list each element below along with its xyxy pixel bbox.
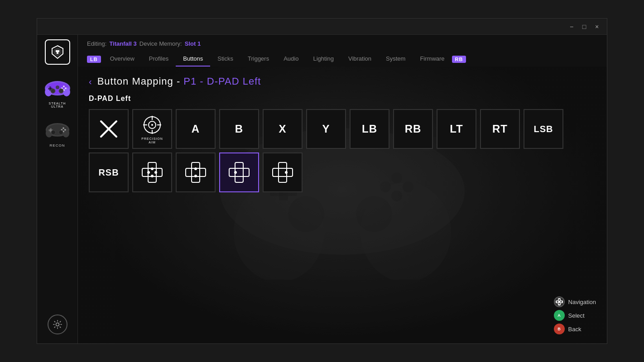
nav-tabs: LB Overview Profiles Buttons Sticks Trig…: [87, 52, 598, 67]
svg-point-23: [51, 130, 55, 134]
page-content: ‹ Button Mapping - P1 - D-PAD Left D-PAD…: [78, 67, 607, 343]
svg-point-70: [560, 301, 562, 303]
svg-point-67: [558, 299, 560, 301]
bottom-hints: Navigation A Select B Back: [554, 296, 596, 334]
header: Editing: Titanfall 3 Device Memory: Slot…: [78, 35, 607, 67]
stealth-ultra-label: STEALTH ULTRA: [49, 102, 66, 108]
btn-rsb[interactable]: RSB: [89, 152, 129, 192]
maximize-button[interactable]: □: [578, 20, 591, 33]
tab-profiles[interactable]: Profiles: [142, 52, 176, 67]
svg-point-51: [151, 167, 154, 170]
y-label: Y: [322, 123, 330, 135]
btn-rb[interactable]: RB: [393, 109, 433, 149]
lb-badge: LB: [87, 56, 101, 63]
close-button[interactable]: ×: [591, 20, 603, 33]
tab-vibration[interactable]: Vibration: [341, 52, 379, 67]
rt-label: RT: [492, 123, 508, 135]
btn-dpad-left[interactable]: [219, 152, 259, 192]
sidebar-item-recon[interactable]: RECON: [44, 115, 71, 148]
svg-point-69: [557, 301, 558, 303]
rb-label: RB: [405, 123, 422, 135]
dpad-left-icon: [226, 160, 252, 185]
navigation-hint-label: Navigation: [568, 299, 596, 305]
logo-icon: [49, 44, 66, 60]
btn-dpad-all[interactable]: [132, 152, 172, 192]
btn-a[interactable]: A: [176, 109, 216, 149]
svg-point-3: [63, 87, 70, 96]
svg-point-48: [151, 124, 153, 126]
page-title-highlight: P1 - D-PAD Left: [183, 76, 261, 87]
svg-point-19: [62, 127, 64, 129]
svg-point-52: [151, 175, 154, 177]
svg-rect-63: [273, 168, 293, 176]
button-grid: PRECISIONAIM A B X: [89, 109, 596, 192]
btn-x[interactable]: X: [263, 109, 303, 149]
btn-precision-aim[interactable]: PRECISIONAIM: [132, 109, 172, 149]
svg-point-20: [64, 129, 66, 131]
svg-point-57: [194, 167, 197, 170]
tab-overview[interactable]: Overview: [103, 52, 142, 67]
dpad-small-icon: [555, 298, 563, 306]
hint-back: B Back: [554, 324, 582, 334]
tab-buttons[interactable]: Buttons: [176, 52, 210, 67]
svg-point-24: [58, 130, 62, 134]
minimize-button[interactable]: −: [565, 20, 578, 33]
back-hint-label: Back: [568, 326, 582, 333]
sidebar-item-stealth-ultra[interactable]: STEALTH ULTRA: [44, 74, 71, 108]
x-icon: [97, 118, 120, 140]
hint-navigation: Navigation: [554, 296, 596, 307]
page-header: ‹ Button Mapping - P1 - D-PAD Left: [89, 76, 596, 87]
svg-point-54: [154, 171, 157, 174]
button-row-1: PRECISIONAIM A B X: [89, 109, 596, 149]
btn-none[interactable]: [89, 109, 129, 149]
svg-point-6: [63, 86, 65, 87]
btn-lt[interactable]: LT: [437, 109, 476, 149]
settings-button[interactable]: [48, 314, 67, 334]
svg-point-7: [65, 87, 67, 89]
btn-b[interactable]: B: [219, 109, 259, 149]
precision-aim-label: PRECISIONAIM: [141, 137, 163, 145]
editing-label: Editing:: [87, 40, 106, 47]
tab-triggers[interactable]: Triggers: [240, 52, 276, 67]
svg-point-53: [147, 171, 150, 174]
main-layout: STEALTH ULTRA: [37, 35, 607, 343]
lsb-label: LSB: [534, 124, 553, 134]
back-button[interactable]: ‹: [89, 77, 92, 86]
btn-dpad-ud[interactable]: [176, 152, 216, 192]
rb-badge: RB: [452, 56, 466, 63]
button-row-2: RSB: [89, 152, 596, 192]
btn-dpad-right[interactable]: [263, 152, 303, 192]
tab-audio[interactable]: Audio: [276, 52, 306, 67]
svg-point-12: [56, 86, 59, 89]
crosshair-icon: [141, 114, 163, 136]
dpad-right-icon: [270, 160, 295, 185]
svg-point-11: [59, 89, 63, 93]
svg-point-64: [285, 171, 288, 174]
lt-label: LT: [450, 123, 463, 135]
btn-rt[interactable]: RT: [480, 109, 520, 149]
b-label: B: [235, 123, 243, 135]
btn-lb[interactable]: LB: [350, 109, 389, 149]
svg-rect-55: [192, 162, 200, 182]
section-title: D-PAD Left: [89, 95, 596, 103]
svg-point-68: [558, 303, 560, 305]
tab-firmware[interactable]: Firmware: [413, 52, 452, 67]
btn-lsb[interactable]: LSB: [524, 109, 563, 149]
page-title: Button Mapping - P1 - D-PAD Left: [97, 76, 261, 87]
btn-y[interactable]: Y: [306, 109, 346, 149]
select-hint-label: Select: [568, 312, 585, 319]
dpad-ud-icon: [183, 160, 208, 185]
recon-label: RECON: [50, 143, 65, 148]
title-bar: − □ ×: [37, 19, 607, 35]
a-label: A: [192, 123, 200, 135]
svg-point-16: [62, 129, 69, 138]
hint-select: A Select: [554, 310, 585, 321]
svg-point-10: [51, 89, 55, 93]
page-title-prefix: Button Mapping -: [97, 76, 184, 87]
tab-sticks[interactable]: Sticks: [210, 52, 240, 67]
tab-lighting[interactable]: Lighting: [306, 52, 341, 67]
dpad-all-icon: [139, 160, 165, 185]
logo: [45, 39, 70, 65]
tab-system[interactable]: System: [379, 52, 413, 67]
b-hint-icon: B: [554, 324, 565, 334]
